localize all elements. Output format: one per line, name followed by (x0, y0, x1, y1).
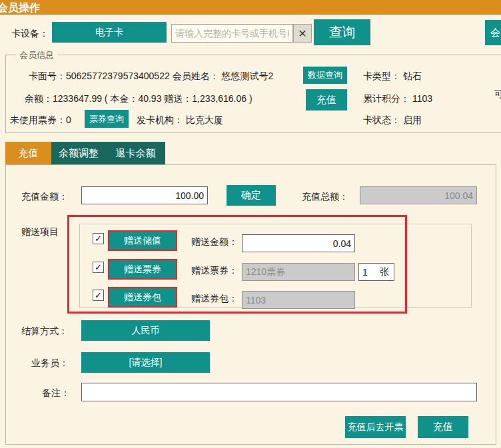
ticket-query-button[interactable]: 票券查询 (85, 110, 129, 128)
unused-tickets-value: 0 (66, 114, 71, 125)
balance-value: 1233647.99 ( 本金：40.93 赠送：1,233,616.06 ) (53, 93, 252, 104)
payment-method-label: 结算方式： (21, 326, 68, 337)
points-label: 累计积分： (363, 93, 410, 104)
check-icon: ✓ (95, 262, 102, 272)
recharge-and-invoice-button[interactable]: 充值后去开票 (345, 416, 406, 438)
gift-ticket-label: 赠送票券： (191, 265, 238, 277)
amount-label: 充值金额： (21, 191, 68, 203)
issuer-label: 发卡机构： (137, 114, 183, 125)
window-titlebar: 会员操作 (0, 0, 501, 15)
points-value: 1103 (412, 93, 432, 104)
gift-coupon-pack-button[interactable]: 赠送券包 (108, 287, 177, 308)
gift-ticket-checkbox[interactable]: ✓ (93, 262, 104, 273)
member-operation-window: 会员操作 卡设备： 电子卡 ✕ 查询 会 会员信息 卡面号：5062577237… (0, 0, 501, 448)
card-no-label: 卡面号： (29, 71, 66, 81)
gift-coupon-pack-checkbox[interactable]: ✓ (93, 290, 104, 301)
tab-recharge[interactable]: 充值 (5, 142, 51, 164)
clerk-select-button[interactable]: [请选择] (81, 352, 210, 373)
clerk-label: 业务员： (31, 357, 69, 369)
card-no-value: 50625772379573400522 (66, 71, 170, 81)
device-type-button[interactable]: 电子卡 (52, 22, 167, 43)
gift-stored-value-checkbox[interactable]: ✓ (93, 233, 104, 244)
card-type-label: 卡类型： (363, 71, 400, 81)
issuer-row: 发卡机构： 比克大厦 (137, 114, 223, 126)
truncated-right-text: 可 (494, 89, 501, 101)
clear-input-button[interactable]: ✕ (293, 24, 312, 43)
total-input (360, 186, 477, 204)
gift-ticket-qty-unit: 张 (380, 266, 389, 278)
note-label: 备注： (42, 387, 70, 399)
gift-ticket-qty-box[interactable]: 1 张 (358, 263, 394, 281)
page-title: 会员操作 (0, 1, 40, 15)
gift-coupon-pack-input (242, 291, 355, 309)
gift-ticket-button[interactable]: 赠送票券 (108, 259, 177, 280)
payment-method-button[interactable]: 人民币 (81, 320, 210, 341)
card-status-label: 卡状态： (363, 114, 400, 125)
gift-ticket-qty-value: 1 (362, 267, 368, 278)
issuer-value: 比克大厦 (186, 114, 223, 125)
check-icon: ✓ (95, 234, 102, 244)
recharge-submit-button[interactable]: 充值 (418, 416, 468, 438)
truncated-right-button[interactable]: 会 (485, 20, 501, 45)
balance-label: 余额： (25, 93, 53, 104)
gift-stored-value-button[interactable]: 赠送储值 (108, 230, 177, 251)
member-info-legend: 会员信息 (16, 49, 57, 61)
amount-input[interactable] (81, 186, 208, 204)
card-no-row: 卡面号：50625772379573400522 会员姓名： 悠悠测试号2 (29, 71, 273, 83)
card-type-value: 钻石 (403, 71, 422, 81)
recharge-quick-button[interactable]: 充值 (306, 89, 347, 111)
check-icon: ✓ (95, 290, 102, 300)
card-status-value: 启用 (403, 114, 422, 125)
gift-amount-input[interactable] (242, 234, 355, 252)
note-input[interactable] (81, 383, 477, 401)
card-search-input[interactable] (171, 24, 293, 43)
points-row: 累计积分： 1103 (363, 93, 432, 105)
member-name-value: 悠悠测试号2 (222, 71, 274, 81)
gift-amount-label: 赠送金额： (191, 236, 238, 248)
tab-balance-adjust[interactable]: 余额调整 (51, 142, 106, 164)
total-label: 充值总额： (302, 191, 348, 203)
card-status-row: 卡状态： 启用 (363, 114, 422, 126)
close-icon: ✕ (298, 27, 306, 40)
gift-section-label: 赠送项目 (21, 226, 59, 238)
confirm-button[interactable]: 确定 (227, 185, 276, 206)
unused-tickets-label: 未使用票券： (10, 114, 66, 125)
gift-coupon-pack-label: 赠送券包： (191, 293, 238, 305)
data-query-button[interactable]: 数据查询 (303, 67, 347, 84)
unused-tickets-row: 未使用票券：0 (10, 114, 71, 126)
card-type-row: 卡类型： 钻石 (363, 71, 422, 83)
gift-ticket-input (242, 263, 355, 281)
card-device-label: 卡设备： (11, 28, 49, 40)
member-name-label: 会员姓名： (173, 71, 219, 81)
query-button[interactable]: 查询 (314, 19, 370, 45)
balance-row: 余额：1233647.99 ( 本金：40.93 赠送：1,233,616.06… (25, 93, 252, 105)
tab-refund[interactable]: 退卡余额 (106, 142, 165, 164)
